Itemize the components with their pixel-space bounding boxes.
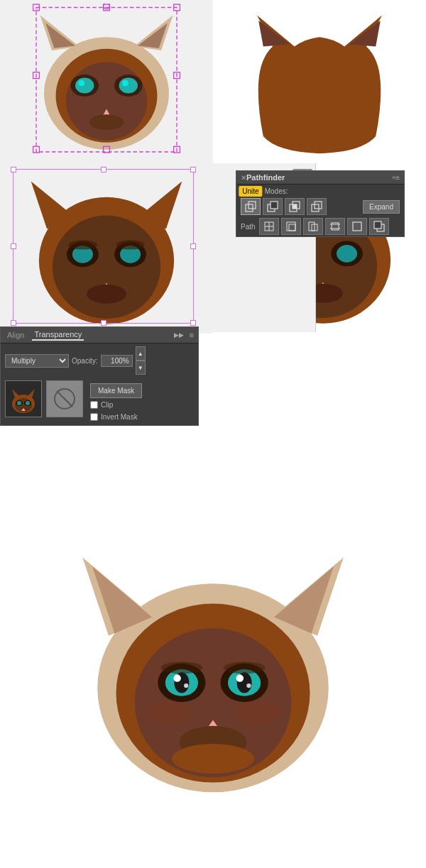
- svg-rect-33: [293, 204, 297, 209]
- outline-icon: [351, 221, 363, 232]
- trans-expand-icon[interactable]: ▶▶: [174, 331, 184, 339]
- trim-button[interactable]: [281, 218, 301, 235]
- clip-label: Clip: [101, 401, 113, 409]
- svg-rect-48: [374, 221, 381, 229]
- svg-marker-25: [258, 21, 290, 46]
- svg-point-105: [236, 701, 280, 724]
- make-mask-button[interactable]: Make Mask: [90, 383, 142, 398]
- svg-point-104: [146, 701, 191, 724]
- circle-slash-icon: [52, 386, 77, 412]
- exclude-button[interactable]: [307, 198, 327, 215]
- svg-rect-40: [289, 224, 295, 231]
- merge-icon: [307, 221, 319, 232]
- cat-mid-left-svg: [18, 165, 195, 332]
- minus-front-button[interactable]: [263, 198, 283, 215]
- svg-rect-35: [315, 202, 322, 209]
- transparency-panel: Align Transparency ▶▶ ≡ Multiply Normal …: [0, 326, 199, 426]
- transparency-content-row: Make Mask Clip Invert Mask: [1, 378, 198, 425]
- handle-bl: [11, 320, 16, 326]
- canvas-right: [213, 0, 426, 163]
- unite-button[interactable]: Unite: [241, 198, 261, 215]
- panel-titlebar: ✕ Pathfinder « ≡: [236, 171, 404, 185]
- svg-marker-26: [349, 21, 381, 46]
- trim-icon: [285, 221, 297, 232]
- opacity-steppers: ▲ ▼: [136, 346, 146, 375]
- panel-menu-icon[interactable]: ≡: [395, 174, 400, 182]
- svg-point-78: [26, 401, 30, 405]
- bottom-cat-section: [0, 440, 426, 868]
- blend-mode-select[interactable]: Multiply Normal Screen: [5, 354, 69, 368]
- svg-rect-39: [287, 222, 295, 231]
- invert-mask-label: Invert Mask: [101, 413, 138, 421]
- svg-point-95: [173, 674, 181, 682]
- blend-mode-row: Multiply Normal Screen Opacity: ▲ ▼: [1, 344, 198, 378]
- intersect-button[interactable]: [285, 198, 305, 215]
- svg-point-11: [78, 80, 84, 87]
- clip-checkbox[interactable]: [90, 401, 98, 409]
- pathfinder-label: Path: [241, 223, 256, 231]
- handle-tl: [11, 167, 16, 172]
- clip-row: Clip: [90, 401, 142, 409]
- canvas-left: [0, 0, 213, 163]
- expand-button[interactable]: Expand: [363, 200, 400, 214]
- svg-point-97: [246, 683, 251, 687]
- opacity-input[interactable]: [101, 355, 133, 367]
- trans-menu-icon[interactable]: ≡: [190, 331, 194, 339]
- svg-rect-27: [246, 204, 253, 211]
- thumb-cat-svg: [9, 385, 38, 413]
- handle-ml: [11, 243, 16, 249]
- invert-mask-checkbox[interactable]: [90, 413, 98, 421]
- align-tab[interactable]: Align: [5, 330, 26, 340]
- svg-rect-34: [312, 204, 319, 211]
- opacity-label: Opacity:: [72, 357, 98, 365]
- opacity-down-stepper[interactable]: ▼: [136, 361, 146, 375]
- exclude-icon: [311, 201, 322, 212]
- panel-close-icon[interactable]: ✕: [241, 174, 246, 182]
- svg-point-12: [122, 80, 129, 87]
- pathfinder-panel: ✕ Pathfinder « ≡ Shape Modes: Unite: [236, 170, 405, 237]
- unite-tooltip: Unite: [239, 186, 262, 197]
- svg-point-58: [116, 240, 144, 249]
- divide-button[interactable]: [259, 218, 279, 235]
- invert-mask-row: Invert Mask: [90, 413, 142, 421]
- svg-point-68: [337, 245, 357, 263]
- crop-icon: [329, 221, 341, 232]
- crop-button[interactable]: [325, 218, 345, 235]
- svg-point-10: [119, 78, 138, 94]
- merge-button[interactable]: [303, 218, 323, 235]
- transparency-tab[interactable]: Transparency: [32, 329, 84, 341]
- svg-point-96: [236, 674, 244, 682]
- svg-point-98: [184, 683, 188, 687]
- large-cat-svg: [64, 505, 362, 803]
- intersect-icon: [289, 201, 300, 212]
- cat-illustration-selected: [28, 4, 185, 160]
- svg-point-100: [224, 661, 266, 674]
- svg-point-60: [87, 284, 126, 303]
- svg-rect-30: [271, 202, 278, 209]
- minus-front-icon: [267, 201, 278, 212]
- svg-point-99: [161, 661, 203, 674]
- cat-united-shape: [241, 4, 398, 160]
- mask-controls: Make Mask Clip Invert Mask: [90, 380, 142, 422]
- shape-modes-buttons: Unite Exp: [236, 197, 404, 216]
- svg-point-103: [172, 744, 254, 774]
- outline-button[interactable]: [347, 218, 367, 235]
- layer-thumbnail: [5, 380, 42, 417]
- panel-title: Pathfinder: [246, 173, 285, 182]
- minus-back-button[interactable]: [369, 218, 389, 235]
- svg-rect-28: [248, 202, 256, 209]
- canvas-mid-left: [0, 163, 213, 334]
- transparency-titlebar: Align Transparency ▶▶ ≡: [1, 327, 198, 344]
- svg-point-9: [75, 78, 94, 94]
- svg-line-81: [57, 391, 72, 407]
- minus-back-icon: [373, 221, 385, 232]
- opacity-up-stepper[interactable]: ▲: [136, 346, 146, 361]
- top-row: [0, 0, 426, 163]
- unite-icon: [245, 201, 256, 212]
- svg-point-77: [17, 401, 21, 405]
- mask-thumbnail: [46, 380, 83, 417]
- svg-point-14: [89, 114, 124, 130]
- divide-icon: [263, 221, 275, 232]
- pathfinder-section: Path: [236, 216, 404, 236]
- svg-rect-46: [353, 222, 361, 231]
